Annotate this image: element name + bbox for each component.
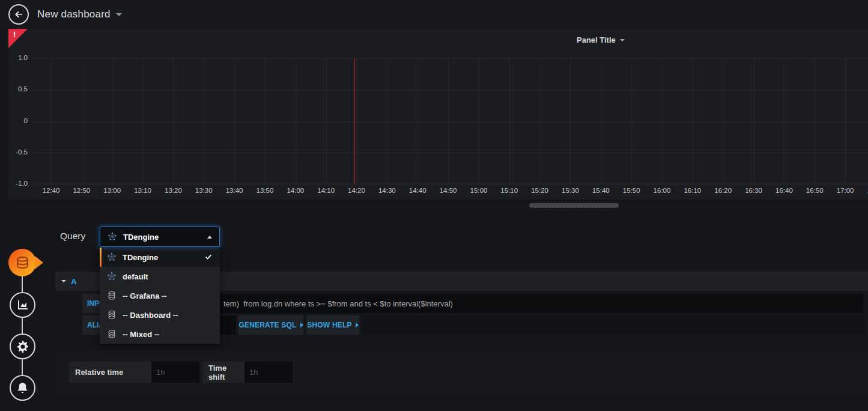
datasource-dropdown-menu: TDenginedefault-- Grafana ---- Dashboard… [100, 248, 220, 344]
x-axis-tick-label: 13:00 [103, 187, 121, 194]
time-shift-input[interactable] [244, 362, 293, 383]
x-axis-tick-label: 15:20 [531, 187, 548, 194]
database-icon [107, 310, 117, 320]
x-axis-tick-label: 16:50 [806, 187, 824, 194]
chart-icon [16, 298, 30, 312]
y-axis-tick-label: 0.5 [8, 85, 28, 93]
triangle-right-icon [356, 323, 359, 327]
x-gridline [723, 58, 724, 184]
x-axis-tick-label: 15:40 [592, 187, 610, 194]
datasource-option-label: TDengine [123, 253, 198, 262]
x-axis-tick-label: 14:30 [378, 187, 396, 194]
y-gridline [33, 90, 868, 90]
chevron-down-icon [116, 13, 122, 16]
x-axis-tick-label: 16:30 [745, 187, 762, 194]
x-axis-tick-label: 13:10 [134, 187, 151, 194]
database-icon [107, 329, 117, 339]
x-gridline [357, 58, 357, 184]
x-axis-tick-label: 16:40 [775, 187, 793, 194]
query-row-letter: A [71, 277, 77, 286]
chart-plot: 1.00.50-0.5-1.012:4012:5013:0013:1013:20… [8, 29, 868, 199]
x-gridline [784, 58, 785, 184]
x-gridline [112, 58, 113, 184]
alias-row-filler [362, 315, 865, 335]
x-gridline [540, 58, 541, 184]
tab-visualization[interactable] [10, 292, 35, 318]
x-axis-tick-label: 15:30 [562, 187, 579, 194]
y-axis-tick-label: 0 [8, 117, 28, 124]
x-gridline [265, 58, 266, 184]
x-gridline [509, 58, 510, 184]
back-arrow-icon [13, 9, 24, 20]
x-axis-tick-label: 16:00 [654, 187, 671, 194]
x-gridline [82, 58, 82, 184]
datasource-option-0[interactable]: TDengine [100, 248, 220, 267]
database-icon [14, 255, 31, 271]
tab-general[interactable] [10, 333, 35, 359]
x-gridline [448, 58, 449, 184]
top-navbar: New dashboard [0, 0, 868, 29]
x-axis-tick-label: 14:20 [348, 187, 365, 194]
relative-time-input[interactable] [151, 362, 199, 383]
checkmark-icon [204, 253, 213, 261]
datasource-option-4[interactable]: -- Mixed -- [100, 324, 220, 344]
x-gridline [173, 58, 174, 184]
x-gridline [631, 58, 632, 184]
dashboard-title-text: New dashboard [37, 8, 111, 20]
chart-panel: ! Panel Title 1.00.50-0.5-1.012:4012:501… [8, 29, 868, 199]
input-sql-field[interactable]: tem) from log.dn where ts >= $from and t… [138, 294, 863, 313]
x-gridline [754, 58, 754, 184]
x-axis-tick-label: 14:50 [440, 187, 457, 194]
chevron-down-icon [61, 280, 66, 282]
x-axis-tick-label: 16:20 [714, 187, 732, 194]
datasource-option-1[interactable]: default [100, 267, 220, 286]
show-help-label: SHOW HELP [307, 321, 351, 329]
y-axis-tick-label: -0.5 [8, 148, 28, 156]
tdengine-icon [107, 272, 117, 281]
relative-time-label: Relative time [69, 362, 151, 383]
triangle-right-icon [300, 323, 303, 327]
back-button[interactable] [8, 4, 29, 25]
chevron-up-icon [207, 236, 212, 239]
datasource-option-label: default [123, 272, 213, 281]
x-gridline [417, 58, 418, 184]
datasource-option-label: -- Dashboard -- [123, 311, 213, 320]
x-gridline [204, 58, 204, 184]
generate-sql-label: GENERATE SQL [238, 321, 296, 329]
x-gridline [326, 58, 327, 184]
x-axis-tick-label: 14:40 [409, 187, 426, 194]
x-gridline [387, 58, 387, 184]
x-axis-tick-label: 15:00 [470, 187, 488, 194]
datasource-select[interactable]: TDengine [100, 227, 220, 247]
tab-alert[interactable] [10, 375, 35, 401]
x-gridline [693, 58, 693, 184]
x-axis-tick-label: 12:50 [73, 187, 90, 194]
x-gridline [479, 58, 479, 184]
y-gridline [33, 153, 868, 153]
x-gridline [51, 58, 52, 184]
x-axis-tick-label: 13:20 [165, 187, 182, 194]
x-gridline [845, 58, 846, 184]
time-shift-label: Time shift [202, 362, 244, 383]
show-help-button[interactable]: SHOW HELP [306, 315, 359, 335]
datasource-option-3[interactable]: -- Dashboard -- [100, 305, 220, 324]
x-axis-tick-label: 12:40 [43, 187, 60, 194]
datasource-option-label: -- Grafana -- [123, 291, 213, 300]
panel-resize-handle[interactable] [529, 203, 619, 208]
x-gridline [143, 58, 144, 184]
y-gridline [33, 121, 868, 122]
datasource-option-2[interactable]: -- Grafana -- [100, 286, 220, 305]
gear-icon [16, 339, 30, 354]
y-gridline [33, 184, 868, 184]
tab-queries[interactable] [8, 249, 36, 276]
query-section-label: Query [60, 231, 85, 242]
datasource-select-value: TDengine [123, 233, 201, 242]
x-axis-tick-label: 15:10 [500, 187, 518, 194]
generate-sql-button[interactable]: GENERATE SQL [238, 315, 303, 335]
x-axis-tick-label: 13:50 [256, 187, 274, 194]
x-axis-tick-label: 13:30 [195, 187, 213, 194]
x-gridline [570, 58, 571, 184]
dashboard-title[interactable]: New dashboard [37, 0, 122, 29]
x-gridline [296, 58, 296, 184]
x-axis-tick-label: 13:40 [226, 187, 243, 194]
